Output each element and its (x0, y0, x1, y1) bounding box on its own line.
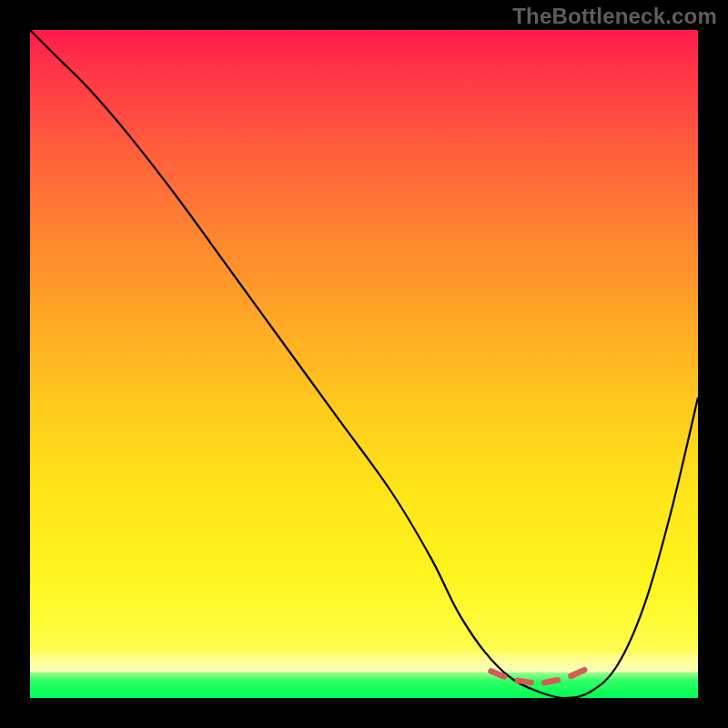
watermark-text: TheBottleneck.com (512, 4, 717, 29)
curve-svg (30, 30, 698, 698)
plot-area (30, 30, 698, 698)
chart-frame: TheBottleneck.com (0, 0, 728, 728)
bottleneck-curve (30, 30, 698, 698)
